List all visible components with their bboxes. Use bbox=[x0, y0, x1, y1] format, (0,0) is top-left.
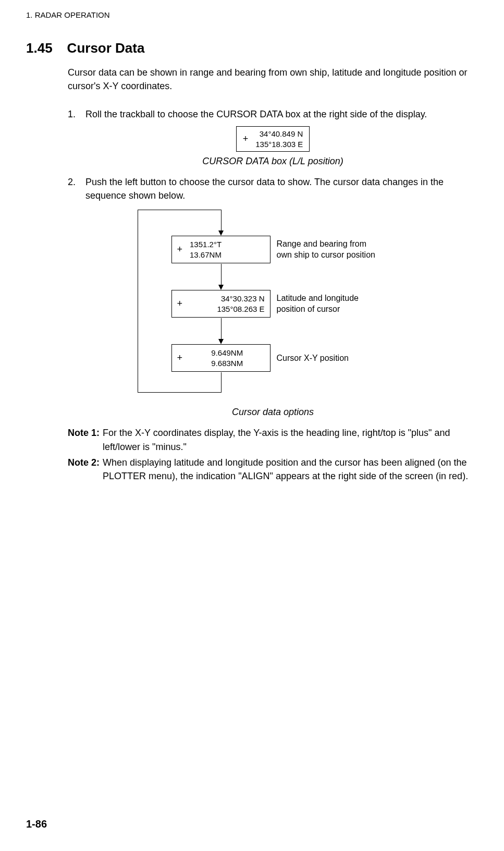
cursor-lon: 135°18.303 E bbox=[255, 139, 303, 150]
note-1-text: For the X-Y coordinates display, the Y-a… bbox=[103, 426, 478, 453]
step-2-number: 2. bbox=[68, 175, 79, 202]
plus-icon: + bbox=[177, 298, 183, 309]
option-3-row: + 9.649NM 9.683NM Cursor X-Y position bbox=[171, 344, 349, 372]
option-3-y: 9.683NM bbox=[190, 358, 264, 369]
diagram-line bbox=[138, 392, 222, 393]
diagram-line bbox=[221, 210, 222, 230]
option-1-label: Range and bearing from own ship to curso… bbox=[277, 239, 375, 261]
note-2-label: Note 2: bbox=[68, 456, 100, 483]
option-2-lon: 135°08.263 E bbox=[190, 304, 264, 314]
note-2-text: When displaying latitude and longitude p… bbox=[103, 456, 478, 483]
option-3-box: + 9.649NM 9.683NM bbox=[171, 344, 271, 372]
plus-icon: + bbox=[177, 352, 183, 363]
diagram-wrap: + 1351.2°T 13.67NM Range and bearing fro… bbox=[68, 210, 478, 403]
intro-paragraph: Cursor data can be shown in range and be… bbox=[68, 66, 478, 93]
cursor-data-box-wrap: + 34°40.849 N 135°18.303 E bbox=[68, 126, 478, 152]
cursor-data-box: + 34°40.849 N 135°18.303 E bbox=[236, 126, 310, 152]
caption-cursor-data-box: CURSOR DATA box (L/L position) bbox=[68, 156, 478, 167]
section-number: 1.45 bbox=[26, 40, 53, 56]
cursor-options-diagram: + 1351.2°T 13.67NM Range and bearing fro… bbox=[127, 210, 419, 403]
diagram-line bbox=[221, 318, 222, 339]
option-1-box: + 1351.2°T 13.67NM bbox=[171, 236, 271, 263]
option-2-lat: 34°30.323 N bbox=[190, 294, 264, 304]
note-1-label: Note 1: bbox=[68, 426, 100, 453]
option-3-values: 9.649NM 9.683NM bbox=[190, 348, 264, 368]
diagram-line bbox=[221, 264, 222, 285]
option-1-label-line2: own ship to cursor position bbox=[277, 250, 375, 261]
option-2-label: Latitude and longitude position of curso… bbox=[277, 293, 359, 315]
option-3-x: 9.649NM bbox=[190, 348, 264, 358]
cursor-lat: 34°40.849 N bbox=[255, 129, 303, 139]
option-2-values: 34°30.323 N 135°08.263 E bbox=[190, 294, 264, 314]
arrow-down-icon bbox=[218, 230, 224, 236]
content-body: Cursor data can be shown in range and be… bbox=[68, 66, 478, 483]
page-number: 1-86 bbox=[26, 818, 47, 830]
option-2-label-line2: position of cursor bbox=[277, 304, 359, 315]
cursor-ll-text: 34°40.849 N 135°18.303 E bbox=[255, 129, 303, 149]
diagram-line bbox=[221, 372, 222, 392]
step-1-number: 1. bbox=[68, 107, 79, 121]
option-1-row: + 1351.2°T 13.67NM Range and bearing fro… bbox=[171, 236, 375, 263]
caption-cursor-options: Cursor data options bbox=[68, 407, 478, 418]
section-heading: 1.45 Cursor Data bbox=[26, 40, 478, 56]
option-3-label: Cursor X-Y position bbox=[277, 353, 349, 364]
arrow-down-icon bbox=[218, 339, 224, 344]
plus-icon: + bbox=[243, 133, 249, 144]
step-1: 1. Roll the trackball to choose the CURS… bbox=[68, 107, 478, 121]
option-2-row: + 34°30.323 N 135°08.263 E Latitude and … bbox=[171, 290, 359, 318]
step-2: 2. Push the left button to choose the cu… bbox=[68, 175, 478, 202]
step-1-text: Roll the trackball to choose the CURSOR … bbox=[85, 107, 427, 121]
option-1-range: 13.67NM bbox=[190, 250, 222, 260]
note-1: Note 1: For the X-Y coordinates display,… bbox=[68, 426, 478, 453]
option-2-label-line1: Latitude and longitude bbox=[277, 293, 359, 304]
page-header: 1. RADAR OPERATION bbox=[26, 10, 478, 19]
note-2: Note 2: When displaying latitude and lon… bbox=[68, 456, 478, 483]
option-2-box: + 34°30.323 N 135°08.263 E bbox=[171, 290, 271, 318]
step-2-text: Push the left button to choose the curso… bbox=[85, 175, 478, 202]
section-title: Cursor Data bbox=[67, 40, 145, 56]
option-1-values: 1351.2°T 13.67NM bbox=[190, 239, 222, 260]
option-1-bearing: 1351.2°T bbox=[190, 239, 222, 250]
plus-icon: + bbox=[177, 244, 183, 255]
diagram-line bbox=[138, 210, 138, 392]
arrow-down-icon bbox=[218, 285, 224, 290]
option-1-label-line1: Range and bearing from bbox=[277, 239, 375, 250]
diagram-line bbox=[138, 210, 222, 210]
